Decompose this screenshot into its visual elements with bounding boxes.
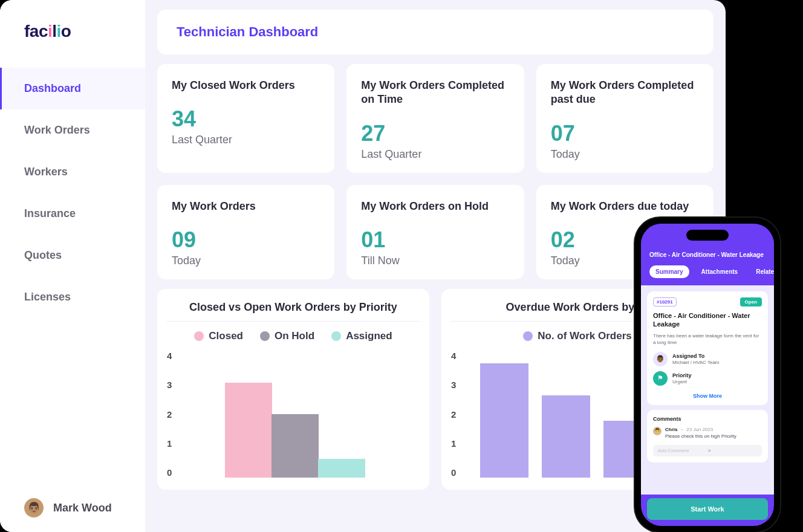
stat-label: Till Now <box>361 255 509 267</box>
legend-item: No. of Work Orders <box>523 330 632 342</box>
stat-title: My Work Orders due today <box>551 199 699 213</box>
work-order-desc: There has been a water leakage form the … <box>653 332 762 346</box>
swatch <box>331 331 341 341</box>
stat-card: My Work Orders Completed past due 07 Tod… <box>536 64 714 173</box>
page-header: Technician Dashboard <box>157 10 714 54</box>
stat-card: My Work Orders Completed on Time 27 Last… <box>346 64 524 173</box>
bars <box>480 351 652 478</box>
stat-title: My Work Orders Completed on Time <box>361 79 509 107</box>
bar <box>225 383 272 478</box>
stat-value: 07 <box>551 123 699 144</box>
y-axis: 4 3 2 1 0 <box>451 351 456 478</box>
comment: 👨 Chris • 23 Jun 2023 Please check this … <box>653 427 762 439</box>
show-more-button[interactable]: Show More <box>653 391 762 399</box>
legend-item: Assigned <box>331 330 392 342</box>
nav-item-insurance[interactable]: Insurance <box>0 193 145 235</box>
user-profile[interactable]: 👨🏽 Mark Wood <box>0 498 145 517</box>
tab-summary[interactable]: Summary <box>649 265 689 278</box>
assigned-to-field: 👨🏾 Assigned To Michael / HVAC Team <box>653 352 762 366</box>
legend-item: On Hold <box>260 330 314 342</box>
phone-screen: Office - Air Conditioner - Water Leakage… <box>641 224 774 526</box>
comments-title: Comments <box>653 416 762 422</box>
stat-title: My Closed Work Orders <box>172 79 320 92</box>
nav-item-work-orders[interactable]: Work Orders <box>0 109 145 151</box>
page-title: Technician Dashboard <box>177 24 694 40</box>
stat-card: My Work Orders on Hold 01 Till Now <box>346 185 524 279</box>
stat-card: My Work Orders 09 Today <box>157 185 334 279</box>
priority-field: ⚑ Priority Urgent <box>653 371 762 386</box>
user-name: Mark Wood <box>53 502 112 514</box>
send-icon[interactable]: ➤ <box>707 448 757 453</box>
chart-row: Closed vs Open Work Orders by Priority C… <box>157 289 714 490</box>
bar <box>542 395 590 478</box>
chart-legend: Closed On Hold Assigned <box>167 330 420 342</box>
chart-area: 4 3 2 1 0 <box>167 351 420 478</box>
app-window: facilio Dashboard Work Orders Workers In… <box>0 0 726 532</box>
work-order-card: #10291 Open Office - Air Conditioner - W… <box>647 291 768 405</box>
phone-body: #10291 Open Office - Air Conditioner - W… <box>641 285 774 495</box>
stat-card: My Closed Work Orders 34 Last Quarter <box>157 64 334 173</box>
stat-title: My Work Orders <box>172 199 320 213</box>
sidebar: facilio Dashboard Work Orders Workers In… <box>0 0 145 532</box>
comments-card: Comments 👨 Chris • 23 Jun 2023 Please ch… <box>647 410 768 462</box>
stat-title: My Work Orders on Hold <box>361 199 509 213</box>
phone-mockup: Office - Air Conditioner - Water Leakage… <box>635 218 780 532</box>
comment-avatar-icon: 👨 <box>653 427 662 435</box>
tab-attachments[interactable]: Attachments <box>695 265 744 278</box>
stat-value: 27 <box>361 123 509 144</box>
stat-label: Today <box>172 255 320 267</box>
status-badge: Open <box>740 297 762 307</box>
swatch <box>260 331 270 341</box>
swatch <box>523 331 533 341</box>
person-icon: 👨🏾 <box>653 352 668 366</box>
nav-item-dashboard[interactable]: Dashboard <box>0 68 145 109</box>
bars <box>225 351 365 478</box>
stat-title: My Work Orders Completed past due <box>551 79 699 107</box>
logo: facilio <box>0 22 145 41</box>
phone-title: Office - Air Conditioner - Water Leakage <box>649 251 766 258</box>
nav-item-licenses[interactable]: Licenses <box>0 276 145 318</box>
stat-value: 09 <box>172 229 320 251</box>
swatch <box>194 331 204 341</box>
nav-item-quotes[interactable]: Quotes <box>0 235 145 276</box>
bar <box>271 414 319 478</box>
divider <box>167 321 420 322</box>
flag-icon: ⚑ <box>653 371 668 386</box>
stat-value: 01 <box>361 229 509 251</box>
stat-label: Today <box>551 148 699 161</box>
work-order-id: #10291 <box>653 297 677 307</box>
tab-related[interactable]: Related <box>750 265 774 278</box>
bar <box>318 459 365 478</box>
stat-grid: My Closed Work Orders 34 Last Quarter My… <box>157 64 714 279</box>
stat-label: Last Quarter <box>172 134 320 146</box>
stat-label: Last Quarter <box>361 148 509 161</box>
chart-title: Closed vs Open Work Orders by Priority <box>167 301 420 314</box>
comment-input[interactable]: Add Comment ➤ <box>653 445 762 456</box>
phone-notch <box>686 230 729 241</box>
work-order-title: Office - Air Conditioner - Water Leakage <box>653 311 762 329</box>
nav-item-workers[interactable]: Workers <box>0 151 145 193</box>
y-axis: 4 3 2 1 0 <box>167 351 172 478</box>
start-work-button[interactable]: Start Work <box>647 498 768 520</box>
legend-item: Closed <box>194 330 243 342</box>
avatar: 👨🏽 <box>24 498 44 517</box>
bar <box>480 363 528 478</box>
nav: Dashboard Work Orders Workers Insurance … <box>0 68 145 498</box>
stat-value: 34 <box>172 108 320 130</box>
phone-tabs: Summary Attachments Related <box>649 265 766 278</box>
chart-closed-vs-open: Closed vs Open Work Orders by Priority C… <box>157 289 429 490</box>
